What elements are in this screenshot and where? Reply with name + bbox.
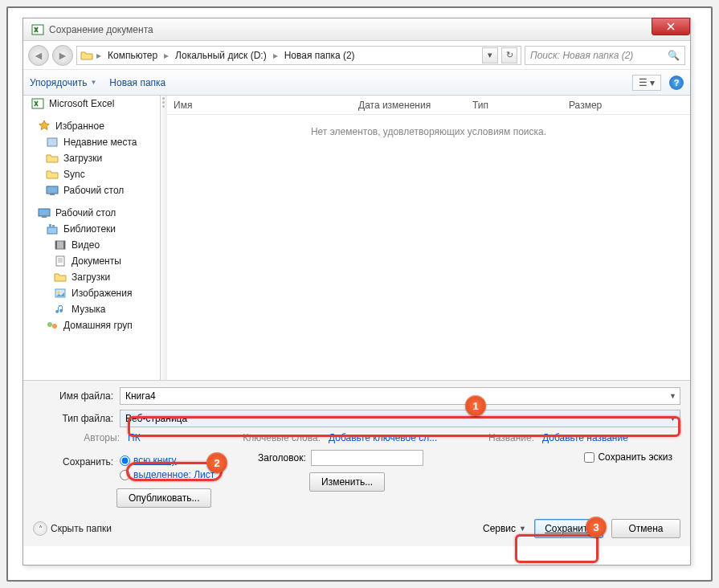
back-button[interactable]: ◄ (28, 45, 49, 66)
address-bar[interactable]: ▸ Компьютер ▸ Локальный диск (D:) ▸ Нова… (76, 46, 521, 65)
col-type[interactable]: Тип (466, 100, 562, 111)
view-options-button[interactable]: ☰ ▾ (632, 75, 661, 91)
desktop-icon (46, 184, 59, 197)
organize-menu[interactable]: Упорядочить ▼ (30, 77, 96, 88)
svg-point-17 (52, 324, 57, 329)
folder-icon (46, 168, 59, 181)
homegroup-icon (46, 319, 59, 332)
chevron-up-icon: ˄ (33, 521, 47, 536)
toolbar: Упорядочить ▼ Новая папка ☰ ▾ ? (23, 70, 690, 96)
sidebar-item-downloads[interactable]: Загрузки (23, 150, 160, 166)
chevron-right-icon: ▸ (162, 50, 170, 61)
title-value[interactable]: Добавьте название (542, 432, 628, 443)
svg-point-16 (47, 322, 52, 327)
svg-rect-4 (50, 194, 55, 195)
sidebar-item-libraries[interactable]: Библиотеки (23, 221, 160, 237)
chevron-down-icon: ▼ (90, 79, 96, 86)
excel-icon (31, 23, 44, 36)
recent-icon (46, 136, 59, 149)
new-folder-button[interactable]: Новая папка (109, 77, 165, 88)
address-dropdown[interactable]: ▾ (482, 47, 498, 63)
save-scope-label: Сохранить: (33, 456, 120, 468)
document-icon (54, 255, 67, 267)
sidebar-item-excel[interactable]: Microsoft Excel (23, 96, 160, 112)
radio-whole-book[interactable]: всю книгу (120, 455, 214, 466)
help-icon[interactable]: ? (669, 76, 684, 90)
change-title-button[interactable]: Изменить... (309, 472, 385, 492)
svg-rect-1 (32, 99, 43, 108)
filetype-select[interactable]: Веб-страница ▼ (120, 410, 680, 427)
svg-point-15 (58, 292, 60, 294)
breadcrumb[interactable]: Локальный диск (D:) (172, 50, 270, 61)
cancel-button[interactable]: Отмена (611, 519, 680, 538)
svg-rect-3 (47, 186, 58, 194)
video-icon (54, 239, 67, 251)
svg-rect-2 (47, 138, 57, 146)
sidebar-item-favorites[interactable]: Избранное (23, 118, 160, 134)
filename-input[interactable]: Книга4 ▼ (120, 387, 680, 405)
thumbnail-checkbox-input[interactable] (584, 452, 594, 463)
filetype-label: Тип файла: (33, 413, 120, 424)
chevron-down-icon[interactable]: ▼ (669, 392, 676, 400)
sidebar-item-video[interactable]: Видео (23, 237, 160, 253)
svg-rect-7 (47, 227, 57, 234)
radio-selection-input[interactable] (120, 470, 130, 480)
tools-menu[interactable]: Сервис ▼ (483, 523, 526, 534)
sidebar-item-desktop[interactable]: Рабочий стол (23, 205, 160, 221)
hide-folders-toggle[interactable]: ˄ Скрыть папки (33, 521, 112, 536)
body: Microsoft Excel Избранное Недавние места… (23, 96, 690, 380)
svg-rect-6 (42, 216, 47, 218)
title-label: Название: (488, 432, 534, 443)
svg-rect-13 (56, 256, 64, 266)
publish-button[interactable]: Опубликовать... (116, 488, 211, 508)
chevron-down-icon[interactable]: ▼ (669, 414, 676, 423)
radio-whole-input[interactable] (120, 455, 130, 466)
sidebar-item-music[interactable]: Музыка (23, 301, 160, 317)
sidebar: Microsoft Excel Избранное Недавние места… (23, 96, 161, 380)
chevron-down-icon: ▼ (519, 525, 526, 533)
star-icon (38, 120, 51, 133)
col-size[interactable]: Размер (562, 100, 627, 111)
sidebar-item-documents[interactable]: Документы (23, 253, 160, 269)
desktop-icon (38, 206, 51, 219)
file-area: Имя Дата изменения Тип Размер Нет элемен… (161, 96, 690, 380)
close-button[interactable] (652, 18, 690, 35)
forward-button[interactable]: ► (52, 45, 73, 66)
sidebar-item-images[interactable]: Изображения (23, 285, 160, 301)
breadcrumb[interactable]: Новая папка (2) (281, 50, 358, 61)
window-title: Сохранение документа (49, 24, 153, 35)
svg-rect-0 (32, 25, 43, 35)
chevron-right-icon: ▸ (272, 50, 280, 61)
splitter[interactable] (161, 96, 167, 380)
keywords-value[interactable]: Добавьте ключевое сл... (329, 432, 437, 443)
save-thumbnail-checkbox[interactable]: Сохранить эскиз (584, 451, 672, 463)
sidebar-item-sync[interactable]: Sync (23, 166, 160, 182)
close-icon (667, 22, 675, 31)
radio-selection[interactable]: выделенное: Лист (120, 469, 214, 480)
file-list-header: Имя Дата изменения Тип Размер (167, 96, 690, 115)
save-button[interactable]: Сохранить (534, 519, 603, 538)
nav-bar: ◄ ► ▸ Компьютер ▸ Локальный диск (D:) ▸ … (23, 41, 690, 70)
sidebar-item-recent[interactable]: Недавние места (23, 134, 160, 150)
sidebar-item-homegroup[interactable]: Домашняя груп (23, 317, 160, 333)
search-input[interactable]: Поиск: Новая папка (2) 🔍 (525, 46, 685, 65)
filename-label: Имя файла: (33, 390, 120, 402)
image-icon (54, 287, 67, 300)
breadcrumb[interactable]: Компьютер (104, 50, 161, 61)
sidebar-item-desktop-fav[interactable]: Рабочий стол (23, 182, 160, 198)
sidebar-item-downloads-lib[interactable]: Загрузки (23, 269, 160, 285)
authors-label: Авторы: (84, 432, 120, 443)
save-dialog: Сохранение документа ◄ ► ▸ Компьютер ▸ Л… (22, 18, 691, 566)
page-title-input[interactable] (311, 450, 423, 466)
excel-icon (31, 97, 44, 110)
search-icon: 🔍 (668, 50, 680, 61)
refresh-button[interactable]: ↻ (501, 47, 517, 63)
page-title-label: Заголовок: (258, 452, 306, 463)
col-name[interactable]: Имя (167, 100, 352, 111)
svg-rect-12 (63, 241, 65, 249)
folder-icon (80, 49, 93, 62)
col-date[interactable]: Дата изменения (352, 100, 466, 111)
authors-value[interactable]: ПК (128, 432, 141, 443)
music-icon (54, 303, 67, 316)
svg-rect-5 (39, 209, 50, 216)
